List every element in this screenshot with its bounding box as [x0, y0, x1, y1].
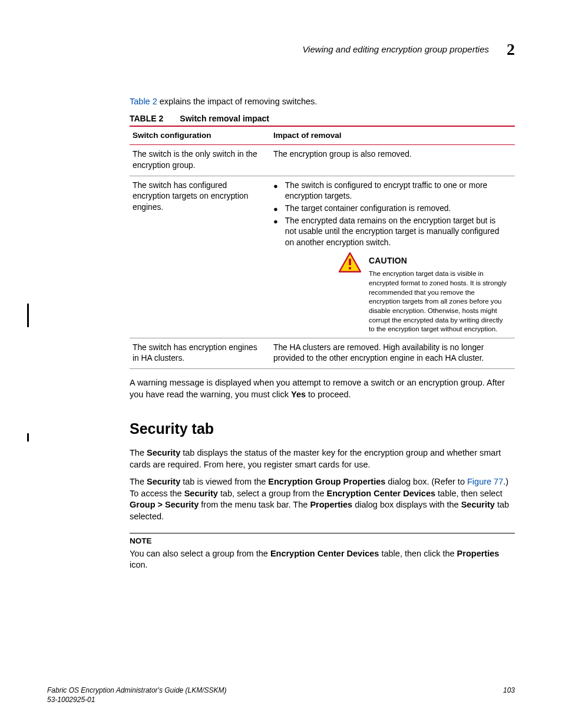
table-header-col2: Impact of removal — [270, 126, 515, 145]
list-item: ●The target container configuration is r… — [273, 203, 507, 215]
table-row: The switch has configured encryption tar… — [130, 176, 515, 338]
note-body: You can also select a group from the Enc… — [130, 548, 515, 571]
note-heading: NOTE — [130, 536, 515, 546]
footer-page-number: 103 — [503, 686, 515, 695]
figure77-xref[interactable]: Figure 77 — [467, 477, 503, 486]
svg-rect-2 — [349, 267, 351, 269]
security-para-1: The Security tab displays the status of … — [130, 447, 515, 470]
impact-cell: ●The switch is configured to encrypt tra… — [270, 176, 515, 338]
caution-text: CAUTION The encryption target data is vi… — [369, 255, 507, 333]
running-header: Viewing and editing encryption group pro… — [47, 38, 515, 61]
caution-block: CAUTION The encryption target data is vi… — [338, 255, 507, 333]
chapter-number: 2 — [507, 38, 515, 61]
bullet-icon: ● — [273, 217, 278, 226]
table2-xref[interactable]: Table 2 — [130, 97, 157, 106]
switch-config-cell: The switch is the only switch in the enc… — [130, 145, 270, 176]
intro-paragraph: Table 2 explains the impact of removing … — [130, 96, 515, 108]
section-heading: Security tab — [130, 419, 515, 439]
table-caption: TABLE 2Switch removal impact — [130, 113, 515, 124]
after-table-paragraph: A warning message is displayed when you … — [130, 377, 515, 400]
note-block: NOTE You can also select a group from th… — [130, 533, 515, 571]
list-item: ●The switch is configured to encrypt tra… — [273, 180, 507, 202]
change-bar — [27, 433, 29, 442]
impact-cell: The HA clusters are removed. High availa… — [270, 338, 515, 368]
bullet-icon: ● — [273, 182, 278, 191]
footer-doc-number: 53-1002925-01 — [47, 696, 95, 704]
content-area: Table 2 explains the impact of removing … — [130, 96, 515, 571]
switch-config-cell: The switch has configured encryption tar… — [130, 176, 270, 338]
list-item: ●The encrypted data remains on the encry… — [273, 216, 507, 249]
footer-doc-title: Fabric OS Encryption Administrator's Gui… — [47, 686, 227, 694]
impact-list: ●The switch is configured to encrypt tra… — [273, 180, 507, 249]
caution-heading: CAUTION — [369, 255, 507, 266]
table-label: TABLE 2 — [130, 114, 163, 123]
table-row: The switch is the only switch in the enc… — [130, 145, 515, 176]
security-para-2: The Security tab is viewed from the Encr… — [130, 476, 515, 522]
impact-cell: The encryption group is also removed. — [270, 145, 515, 176]
page: Viewing and editing encryption group pro… — [0, 0, 562, 728]
svg-rect-1 — [349, 259, 351, 265]
table-header-col1: Switch configuration — [130, 126, 270, 145]
caution-icon — [338, 252, 362, 273]
change-bar — [27, 304, 29, 327]
footer-title-block: Fabric OS Encryption Administrator's Gui… — [47, 686, 227, 704]
running-title: Viewing and editing encryption group pro… — [302, 44, 489, 55]
switch-removal-table: Switch configuration Impact of removal T… — [130, 126, 515, 369]
bullet-icon: ● — [273, 205, 278, 214]
table-title: Switch removal impact — [180, 114, 269, 123]
page-footer: Fabric OS Encryption Administrator's Gui… — [47, 686, 515, 704]
table-row: The switch has encryption engines in HA … — [130, 338, 515, 368]
switch-config-cell: The switch has encryption engines in HA … — [130, 338, 270, 368]
caution-body: The encryption target data is visible in… — [369, 269, 507, 333]
